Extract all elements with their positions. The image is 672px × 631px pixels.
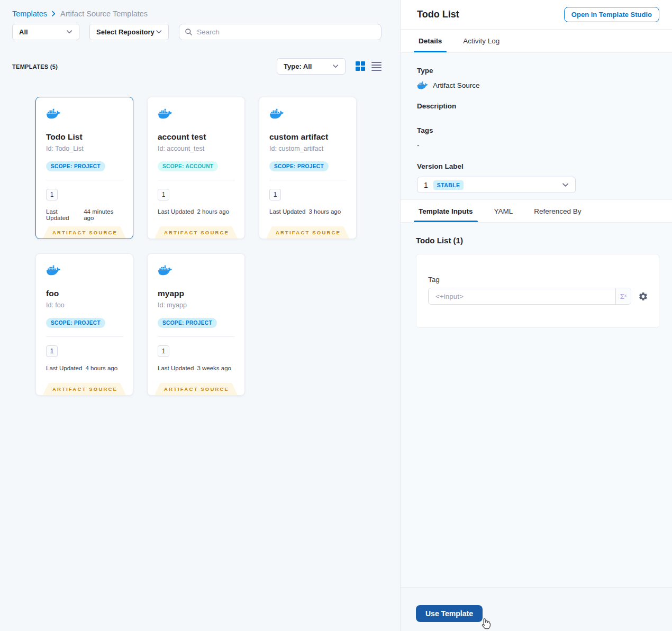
- template-cards-grid: Todo List Id: Todo_List SCOPE: PROJECT 1…: [35, 97, 382, 396]
- last-updated-label: Last Updated: [158, 365, 194, 371]
- last-updated-value: 3 weeks ago: [197, 365, 231, 371]
- card-title: foo: [46, 289, 123, 298]
- app-window: Templates Artifact Source Templates All …: [0, 0, 672, 631]
- inputs-card: Tag Σˣ: [416, 254, 659, 328]
- card-title: Todo List: [46, 132, 123, 142]
- tab-yaml[interactable]: YAML: [493, 200, 515, 222]
- tag-input-wrapper: Σˣ: [428, 288, 631, 305]
- template-card-custom-artifact[interactable]: custom artifact Id: custom_artifact SCOP…: [259, 97, 357, 239]
- tags-label: Tags: [417, 126, 656, 134]
- template-card-foo[interactable]: foo Id: foo SCOPE: PROJECT 1 Last Update…: [35, 253, 133, 396]
- template-inputs-section: Todo List (1) Tag Σˣ: [401, 223, 672, 587]
- card-id: Id: Todo_List: [46, 145, 123, 152]
- scope-badge: SCOPE: PROJECT: [269, 161, 329, 171]
- description-label: Description: [417, 102, 656, 110]
- card-title: account test: [158, 132, 235, 142]
- repository-filter-select[interactable]: Select Repository: [89, 24, 169, 40]
- docker-icon: [46, 264, 61, 276]
- type-label: Type: [417, 67, 656, 75]
- scope-badge: SCOPE: PROJECT: [158, 318, 217, 328]
- artifact-source-ribbon: ARTIFACT SOURCE: [155, 226, 238, 239]
- scope-badge: SCOPE: PROJECT: [46, 161, 105, 171]
- card-title: custom artifact: [269, 132, 347, 142]
- scope-badge: SCOPE: ACCOUNT: [158, 161, 218, 171]
- last-updated-value: 3 hours ago: [308, 208, 341, 215]
- card-divider: [46, 336, 123, 337]
- list-header: TEMPLATES (5) Type: All: [12, 58, 382, 75]
- version-count-box: 1: [158, 189, 169, 200]
- last-updated-value: 44 minutes ago: [84, 208, 123, 221]
- last-updated-label: Last Updated: [269, 208, 305, 215]
- expression-sigma-icon[interactable]: Σˣ: [615, 288, 631, 304]
- version-value: 1: [424, 181, 428, 189]
- templates-list-panel: Templates Artifact Source Templates All …: [0, 0, 400, 631]
- templates-count-label: TEMPLATES (5): [12, 63, 58, 70]
- scope-filter-select[interactable]: All: [12, 24, 79, 40]
- inputs-section-title: Todo List (1): [416, 236, 656, 245]
- type-filter-select[interactable]: Type: All: [277, 58, 346, 75]
- tag-label: Tag: [428, 276, 648, 284]
- docker-icon: [269, 108, 284, 119]
- list-view-icon[interactable]: [371, 61, 382, 72]
- type-filter-value: Type: All: [284, 62, 312, 70]
- card-id: Id: myapp: [158, 301, 235, 309]
- type-value: Artifact Source: [433, 81, 480, 89]
- stable-badge: STABLE: [433, 180, 464, 190]
- search-icon: [185, 28, 193, 36]
- search-input[interactable]: [197, 28, 376, 36]
- version-count-box: 1: [158, 345, 169, 357]
- details-tabs: Details Activity Log: [401, 30, 672, 53]
- template-card-todo-list[interactable]: Todo List Id: Todo_List SCOPE: PROJECT 1…: [35, 97, 133, 239]
- chevron-down-icon: [562, 183, 569, 187]
- card-divider: [158, 336, 235, 337]
- card-divider: [46, 180, 123, 180]
- chevron-down-icon: [156, 30, 162, 34]
- docker-icon: [46, 108, 61, 119]
- docker-icon: [417, 81, 428, 89]
- artifact-source-ribbon: ARTIFACT SOURCE: [155, 383, 238, 395]
- tags-value: -: [417, 141, 656, 149]
- tab-details[interactable]: Details: [417, 30, 443, 52]
- template-card-account-test[interactable]: account test Id: account_test SCOPE: ACC…: [147, 97, 245, 239]
- tab-activity-log[interactable]: Activity Log: [461, 30, 501, 52]
- details-section: Type Artifact Source Description Tags - …: [401, 53, 672, 199]
- search-box[interactable]: [179, 24, 382, 40]
- last-updated-label: Last Updated: [46, 208, 80, 221]
- docker-icon: [158, 108, 172, 119]
- last-updated-value: 2 hours ago: [197, 208, 229, 215]
- gear-icon[interactable]: [638, 291, 648, 301]
- grid-view-icon[interactable]: [356, 61, 365, 71]
- open-in-template-studio-button[interactable]: Open in Template Studio: [564, 7, 659, 22]
- breadcrumb: Templates Artifact Source Templates: [12, 10, 382, 18]
- template-card-myapp[interactable]: myapp Id: myapp SCOPE: PROJECT 1 Last Up…: [147, 253, 245, 396]
- version-count-box: 1: [269, 189, 281, 200]
- artifact-source-ribbon: ARTIFACT SOURCE: [43, 383, 126, 395]
- card-id: Id: custom_artifact: [269, 145, 347, 152]
- tab-referenced-by[interactable]: Referenced By: [532, 200, 583, 222]
- tab-template-inputs[interactable]: Template Inputs: [417, 200, 475, 222]
- breadcrumb-chevron-icon: [51, 11, 56, 17]
- panel-header: Todo List Open in Template Studio: [401, 0, 672, 30]
- card-id: Id: foo: [46, 301, 123, 309]
- use-template-button[interactable]: Use Template: [416, 605, 483, 622]
- card-title: myapp: [158, 289, 235, 298]
- card-id: Id: account_test: [158, 145, 235, 152]
- version-label: Version Label: [417, 162, 656, 170]
- docker-icon: [158, 264, 172, 276]
- chevron-down-icon: [67, 30, 72, 34]
- repository-filter-value: Select Repository: [96, 28, 155, 36]
- last-updated-value: 4 hours ago: [85, 365, 117, 371]
- version-count-box: 1: [46, 345, 58, 357]
- scope-filter-value: All: [19, 28, 28, 36]
- tag-input[interactable]: [429, 288, 615, 304]
- inputs-tabs: Template Inputs YAML Referenced By: [401, 199, 672, 223]
- filters-row: All Select Repository: [12, 24, 382, 40]
- card-divider: [158, 180, 235, 180]
- version-label-select[interactable]: 1 STABLE: [417, 177, 576, 193]
- template-details-panel: Todo List Open in Template Studio Detail…: [400, 0, 672, 631]
- breadcrumb-templates-link[interactable]: Templates: [12, 10, 47, 18]
- artifact-source-ribbon: ARTIFACT SOURCE: [266, 226, 349, 239]
- panel-footer: Use Template: [401, 587, 672, 631]
- panel-title: Todo List: [417, 9, 459, 20]
- breadcrumb-current: Artifact Source Templates: [60, 10, 148, 18]
